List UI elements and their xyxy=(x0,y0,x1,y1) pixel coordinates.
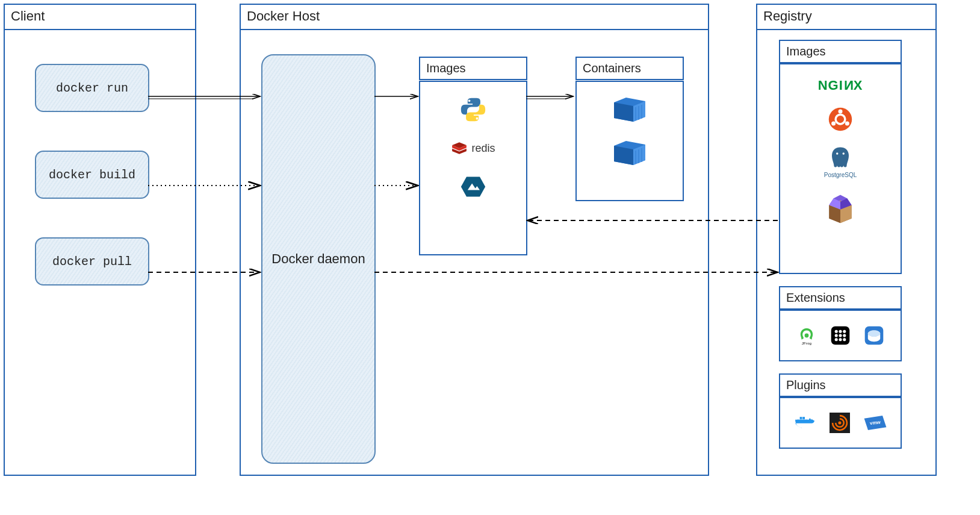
jfrog-icon: JFrog xyxy=(796,325,817,346)
docker-daemon-box: Docker daemon xyxy=(261,54,376,464)
python-icon xyxy=(460,96,486,123)
svg-point-22 xyxy=(835,334,838,337)
svg-point-19 xyxy=(835,330,838,333)
docker-daemon-label: Docker daemon xyxy=(271,251,365,267)
registry-extensions-label: Extensions xyxy=(779,286,902,310)
images-box: redis xyxy=(419,81,527,255)
postgresql-icon: PostgreSQL xyxy=(824,145,857,178)
svg-point-11 xyxy=(839,109,843,113)
svg-point-13 xyxy=(845,122,849,126)
svg-point-26 xyxy=(839,338,842,341)
svg-point-20 xyxy=(839,330,842,333)
docker-host-panel: Docker Host Docker daemon Images redis C xyxy=(240,4,709,476)
svg-point-14 xyxy=(836,152,839,155)
grafana-icon xyxy=(830,413,850,433)
svg-rect-36 xyxy=(802,417,805,419)
svg-text:JFrog: JFrog xyxy=(802,342,812,345)
svg-point-21 xyxy=(843,330,846,333)
docker-pull-command: docker pull xyxy=(35,237,149,286)
registry-plugins-section: Plugins vmw xyxy=(779,373,902,449)
svg-point-15 xyxy=(842,152,845,155)
vmware-icon: vmw xyxy=(863,414,887,431)
svg-rect-33 xyxy=(802,420,805,422)
svg-point-30 xyxy=(868,331,880,337)
client-panel: Client docker run docker build docker pu… xyxy=(4,4,196,476)
registry-title: Registry xyxy=(757,5,935,30)
registry-plugins-label: Plugins xyxy=(779,373,902,397)
containers-box xyxy=(575,81,684,201)
svg-point-24 xyxy=(843,334,846,337)
images-label: Images xyxy=(419,57,527,80)
registry-images-section: Images NGINX PostgreSQL xyxy=(779,40,902,274)
command-label: docker build xyxy=(49,168,135,182)
docker-host-title: Docker Host xyxy=(241,5,708,30)
registry-images-label: Images xyxy=(779,40,902,63)
registry-panel: Registry Images NGINX PostgreSQL xyxy=(756,4,937,476)
svg-point-12 xyxy=(831,122,836,126)
nginx-icon: NGINX xyxy=(818,78,863,93)
svg-point-23 xyxy=(839,334,842,337)
svg-point-38 xyxy=(838,421,841,424)
container-icon xyxy=(612,137,648,166)
svg-point-25 xyxy=(835,338,838,341)
svg-rect-35 xyxy=(800,417,802,419)
svg-point-16 xyxy=(805,334,809,338)
docker-build-command: docker build xyxy=(35,151,149,199)
svg-point-27 xyxy=(843,338,846,341)
client-title: Client xyxy=(5,5,195,30)
docker-whale-icon xyxy=(793,414,816,432)
svg-rect-31 xyxy=(797,420,799,422)
command-label: docker run xyxy=(56,81,128,95)
container-icon xyxy=(612,94,648,123)
alpine-icon xyxy=(460,173,486,200)
redis-icon: redis xyxy=(451,140,495,157)
package-box-icon xyxy=(823,192,857,225)
keypad-icon xyxy=(830,325,851,346)
svg-point-1 xyxy=(476,117,479,120)
svg-rect-34 xyxy=(805,420,808,422)
command-label: docker pull xyxy=(52,255,132,269)
ubuntu-icon xyxy=(828,107,853,132)
containers-label: Containers xyxy=(575,57,684,80)
docker-run-command: docker run xyxy=(35,64,149,112)
svg-rect-32 xyxy=(800,420,802,422)
disk-icon xyxy=(864,325,884,346)
svg-point-0 xyxy=(468,100,471,102)
registry-extensions-section: Extensions JFrog xyxy=(779,286,902,361)
